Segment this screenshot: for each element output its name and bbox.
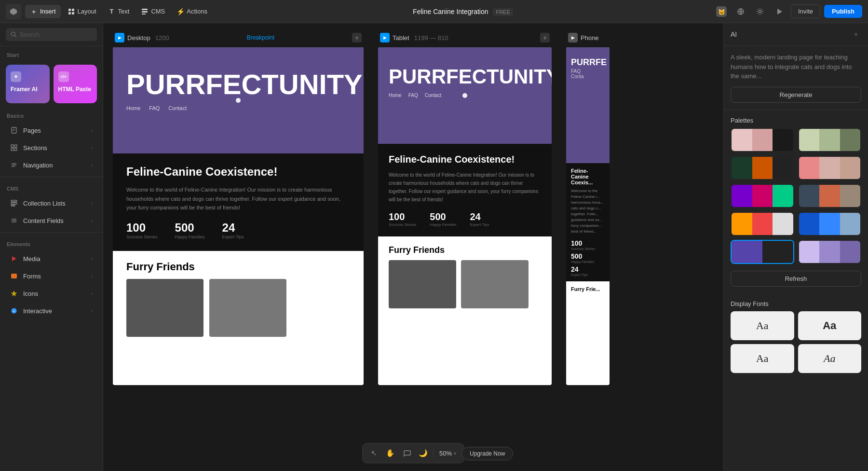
ai-close-btn[interactable]: × [851,29,861,40]
actions-button[interactable]: ⚡ Actions [172,5,212,18]
font-2-sample: Aa [823,319,836,332]
svg-rect-6 [142,14,146,14]
palette-7[interactable] [731,212,794,236]
cursor-tool[interactable]: ↖ [367,446,381,460]
palette-6[interactable] [798,184,862,208]
refresh-btn[interactable]: Refresh [731,271,861,287]
media-icon [10,254,18,263]
framer-ai-card[interactable]: ✦ Framer AI [6,65,50,103]
palette-1[interactable] [731,128,794,152]
palette-9[interactable] [731,240,794,264]
main-layout: Search Start ✦ Framer AI </> HTML Paste … [0,23,868,471]
html-paste-card[interactable]: </> HTML Paste [54,65,97,103]
font-2[interactable]: Aa [798,311,862,340]
desktop-stats: 100 Success Stories 500 Happy Families 2… [126,221,350,239]
cms-icon [141,8,149,15]
phone-content: Feline-Canine Coexis... Welcome to the F… [566,163,610,281]
tablet-play-btn[interactable]: ▶ [380,33,390,42]
ai-prompt-text: A sleek, modern landing page for teachin… [731,53,861,81]
tablet-dot [462,93,467,98]
tablet-size: 1199 — 810 [414,34,448,42]
content-fields-arrow: › [91,218,93,223]
forms-icon [10,272,18,280]
zoom-level: 50% [439,450,452,457]
desktop-section-title: Feline-Canine Coexistence! [126,165,350,179]
sidebar-item-pages[interactable]: Pages › [3,122,100,139]
navigation-icon [10,161,18,169]
cms-button[interactable]: CMS [136,5,170,18]
palette-5[interactable] [731,184,794,208]
zoom-control[interactable]: 50% ▾ [436,450,459,457]
collection-lists-arrow: › [91,200,93,206]
regenerate-btn[interactable]: Regenerate [731,87,861,103]
palette-10[interactable] [798,240,862,264]
palette-2[interactable] [798,128,862,152]
play-button[interactable] [772,4,787,19]
sections-arrow: › [91,145,93,151]
fonts-grid: Aa Aa Aa Aa [731,311,861,373]
svg-line-13 [15,36,16,37]
toolbar-divider [433,448,434,458]
tablet-add-btn[interactable]: + [540,33,550,42]
display-fonts-label: Display Fonts [724,293,868,311]
upgrade-badge[interactable]: Upgrade Now [461,447,513,460]
comment-tool[interactable] [400,446,414,460]
hand-tool[interactable]: ✋ [384,446,397,460]
insert-button[interactable]: + Insert [25,5,61,18]
svg-marker-11 [777,9,782,14]
font-1[interactable]: Aa [731,311,794,340]
start-section-label: Start [0,46,103,61]
desktop-section2-title: Furry Friends [126,261,350,273]
avatar-button[interactable]: 🐱 [714,4,729,19]
palette-8[interactable] [798,212,862,236]
tablet-hero: PURRFECTUNITY Home FAQ Contact [378,47,552,144]
font-3[interactable]: Aa [731,344,794,373]
phone-label: Phone [581,34,599,42]
svg-rect-18 [14,145,17,147]
sidebar-item-media[interactable]: Media › [3,250,100,267]
svg-text:🐱: 🐱 [718,8,725,15]
desktop-hero-title: PURRFECTUNITY [126,70,350,98]
zoom-arrow: ▾ [454,451,456,456]
canvas-area[interactable]: ▶ Desktop 1200 Breakpoint + PURRFECTUNIT… [103,23,723,471]
bottom-toolbar: ↖ ✋ 🌙 50% ▾ [362,443,464,463]
desktop-nav: Home FAQ Contact [126,105,350,111]
placeholder-img-2 [209,279,286,337]
search-input[interactable]: Search [6,28,97,41]
sidebar-item-navigation[interactable]: Navigation › [3,157,100,173]
sidebar-item-forms[interactable]: Forms › [3,268,100,284]
media-label: Media [23,255,91,263]
desktop-play-btn[interactable]: ▶ [115,33,124,42]
tablet-stats: 100 Success Stories 500 Happy Families 2… [389,211,541,227]
text-button[interactable]: T Text [103,5,135,18]
svg-rect-4 [142,9,148,10]
palette-4[interactable] [798,156,862,180]
framer-ai-label: Framer AI [11,86,38,93]
logo-button[interactable] [6,4,21,19]
phone-header: ▶ Phone [566,33,614,42]
settings-button[interactable] [752,4,768,19]
palette-3[interactable] [731,156,794,180]
publish-button[interactable]: Publish [824,5,862,18]
sidebar-item-interactive[interactable]: + Interactive › [3,303,100,319]
layout-button[interactable]: Layout [63,5,101,18]
font-4[interactable]: Aa [798,344,862,373]
font-4-sample: Aa [824,352,835,365]
pages-label: Pages [23,127,91,134]
sidebar-item-content-fields[interactable]: Content Fields › [3,212,100,229]
dark-mode-tool[interactable]: 🌙 [417,446,430,460]
sidebar-item-sections[interactable]: Sections › [3,139,100,156]
sidebar-item-collection-lists[interactable]: Collection Lists › [3,195,100,211]
globe-button[interactable] [733,4,748,19]
collection-lists-icon [10,199,18,208]
search-bar: Search [0,23,103,46]
desktop-add-btn[interactable]: + [352,33,362,42]
font-1-sample: Aa [756,319,769,332]
sidebar-item-icons[interactable]: Icons › [3,285,100,302]
invite-button[interactable]: Invite [791,4,820,18]
svg-rect-17 [11,145,14,147]
phone-play-btn[interactable]: ▶ [568,33,578,42]
ai-panel-header: AI × [724,23,868,46]
stat-1: 100 Success Stories [126,221,158,239]
tablet-section2-title: Furry Friends [389,245,541,255]
